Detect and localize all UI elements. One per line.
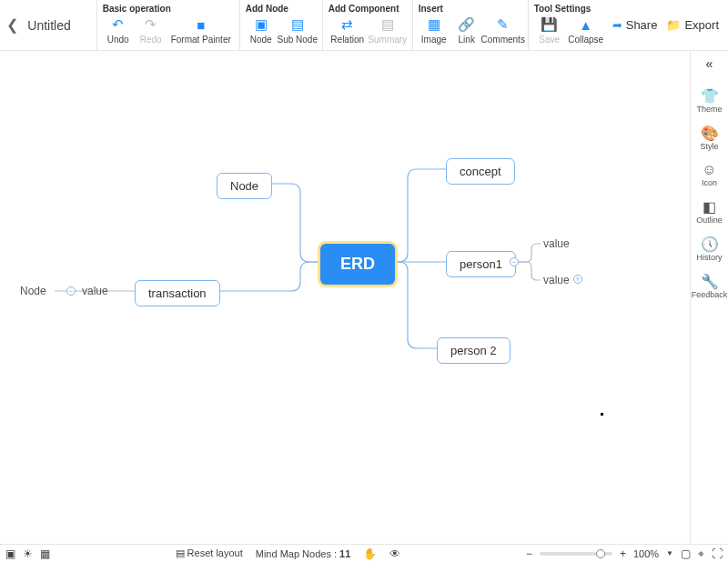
format-painter-button[interactable]: ■ Format Painter xyxy=(168,15,234,45)
chevron-down-icon[interactable]: ▼ xyxy=(666,549,673,557)
insert-image-button[interactable]: ▦ Image xyxy=(419,15,450,45)
group-title: Add Component xyxy=(329,4,407,14)
add-subnode-button[interactable]: ▤ Sub Node xyxy=(278,15,317,45)
mm-leaf-node[interactable]: Node xyxy=(20,285,46,297)
zoom-slider[interactable] xyxy=(540,552,612,556)
collapse-icon: ▲ xyxy=(578,16,594,33)
document-title[interactable]: Untitled xyxy=(24,0,96,50)
statusbar-left: ▣ ☀ ▦ xyxy=(5,547,50,560)
statusbar: ▣ ☀ ▦ ▤ Reset layout Mind Map Nodes : 11… xyxy=(0,544,728,562)
back-button[interactable]: ❮ xyxy=(0,0,24,50)
clock-icon: 🕔 xyxy=(701,236,719,253)
chevron-double-left-icon: « xyxy=(706,56,713,71)
summary-icon: ▤ xyxy=(379,16,396,33)
mm-root[interactable]: ERD xyxy=(320,244,395,285)
zoom-out-button[interactable]: − xyxy=(526,547,532,560)
group-title: Basic operation xyxy=(103,4,234,14)
share-button[interactable]: ➦ Share xyxy=(611,15,660,35)
comments-icon: ✎ xyxy=(495,16,511,33)
group-title: Tool Settings xyxy=(534,4,605,14)
node-count: Mind Map Nodes : 11 xyxy=(256,548,351,559)
zoom-level[interactable]: 100% xyxy=(633,548,659,559)
smiley-icon: ☺ xyxy=(702,162,716,178)
palette-icon: 🎨 xyxy=(701,125,719,142)
mm-node-node[interactable]: Node xyxy=(217,173,272,199)
toolbar-right: ➦ Share 📁 Export xyxy=(611,0,728,50)
export-icon: 📁 xyxy=(666,18,681,32)
relation-icon: ⇄ xyxy=(339,16,356,33)
mm-node-concept[interactable]: concept xyxy=(446,158,515,185)
redo-button[interactable]: ↷ Redo xyxy=(136,15,167,45)
save-button[interactable]: 💾 Save xyxy=(534,15,565,45)
side-feedback[interactable]: 🔧 Feedback xyxy=(691,269,728,303)
undo-button[interactable]: ↶ Undo xyxy=(103,15,134,45)
monitor-icon[interactable]: ▣ xyxy=(5,547,15,560)
side-panel: « 👕 Theme 🎨 Style ☺ Icon ◧ Outline 🕔 His… xyxy=(690,51,728,544)
toolbar-group-add-component: Add Component ⇄ Relation ▤ Summary xyxy=(322,0,412,50)
insert-link-button[interactable]: 🔗 Link xyxy=(451,15,482,45)
side-collapse-button[interactable]: « xyxy=(706,56,713,71)
shirt-icon: 👕 xyxy=(701,87,719,105)
mm-node-transaction[interactable]: transaction xyxy=(135,280,220,306)
toolbar-group-tool-settings: Tool Settings 💾 Save ▲ Collapse xyxy=(528,0,611,50)
mm-node-person1[interactable]: person1 xyxy=(446,251,516,277)
share-icon: ➦ xyxy=(612,18,622,32)
toolbar: ❮ Untitled Basic operation ↶ Undo ↷ Redo… xyxy=(0,0,728,51)
fit-icon[interactable]: ▢ xyxy=(681,547,691,560)
eye-icon[interactable]: 👁 xyxy=(389,547,400,560)
toolbar-group-basic: Basic operation ↶ Undo ↷ Redo ■ Format P… xyxy=(96,0,239,50)
statusbar-right: − + 100% ▼ ▢ ⌖ ⛶ xyxy=(526,547,723,560)
save-icon: 💾 xyxy=(541,16,558,33)
workspace: ERD concept person1 person 2 Node transa… xyxy=(0,51,728,544)
toolbar-group-insert: Insert ▦ Image 🔗 Link ✎ Comments xyxy=(412,0,528,50)
insert-comments-button[interactable]: ✎ Comments xyxy=(484,15,522,45)
outline-icon: ◧ xyxy=(703,198,716,216)
mm-leaf-value[interactable]: value xyxy=(543,237,570,250)
format-painter-icon: ■ xyxy=(193,16,209,33)
export-button[interactable]: 📁 Export xyxy=(664,15,721,35)
grid-icon[interactable]: ▦ xyxy=(40,547,50,560)
subnode-icon: ▤ xyxy=(289,16,306,33)
layout-icon: ▤ xyxy=(176,547,185,558)
statusbar-center: ▤ Reset layout Mind Map Nodes : 11 ✋ 👁 xyxy=(59,547,517,560)
connector-icon[interactable]: − xyxy=(510,257,519,266)
image-icon: ▦ xyxy=(426,16,442,33)
reset-layout-button[interactable]: ▤ Reset layout xyxy=(176,547,243,559)
group-title: Add Node xyxy=(246,4,317,14)
wrench-icon: 🔧 xyxy=(701,273,719,290)
relation-button[interactable]: ⇄ Relation xyxy=(329,15,367,45)
undo-icon: ↶ xyxy=(110,16,126,33)
side-outline[interactable]: ◧ Outline xyxy=(691,195,728,228)
mm-leaf-value[interactable]: value xyxy=(82,285,108,297)
cursor-dot xyxy=(601,413,603,416)
zoom-in-button[interactable]: + xyxy=(620,547,626,560)
link-icon: 🔗 xyxy=(459,16,475,33)
node-icon: ▣ xyxy=(253,16,269,33)
connector-icon[interactable]: − xyxy=(66,286,76,296)
add-node-button[interactable]: ▣ Node xyxy=(246,15,277,45)
group-title: Insert xyxy=(419,4,522,14)
focus-icon[interactable]: ⌖ xyxy=(698,547,704,560)
mm-node-person2[interactable]: person 2 xyxy=(437,337,511,364)
sun-icon[interactable]: ☀ xyxy=(23,547,33,560)
toolbar-group-add-node: Add Node ▣ Node ▤ Sub Node xyxy=(239,0,322,50)
chevron-left-icon: ❮ xyxy=(6,16,18,34)
side-theme[interactable]: 👕 Theme xyxy=(691,84,728,117)
side-history[interactable]: 🕔 History xyxy=(691,232,728,266)
hand-icon[interactable]: ✋ xyxy=(363,547,377,560)
add-child-icon[interactable]: + xyxy=(573,275,582,284)
mm-leaf-value[interactable]: value xyxy=(543,274,570,286)
summary-button[interactable]: ▤ Summary xyxy=(369,15,407,45)
redo-icon: ↷ xyxy=(143,16,159,33)
fullscreen-icon[interactable]: ⛶ xyxy=(712,547,723,560)
collapse-button[interactable]: ▲ Collapse xyxy=(567,15,605,45)
canvas[interactable]: ERD concept person1 person 2 Node transa… xyxy=(0,51,690,544)
side-icon[interactable]: ☺ Icon xyxy=(691,158,728,191)
side-style[interactable]: 🎨 Style xyxy=(691,121,728,155)
